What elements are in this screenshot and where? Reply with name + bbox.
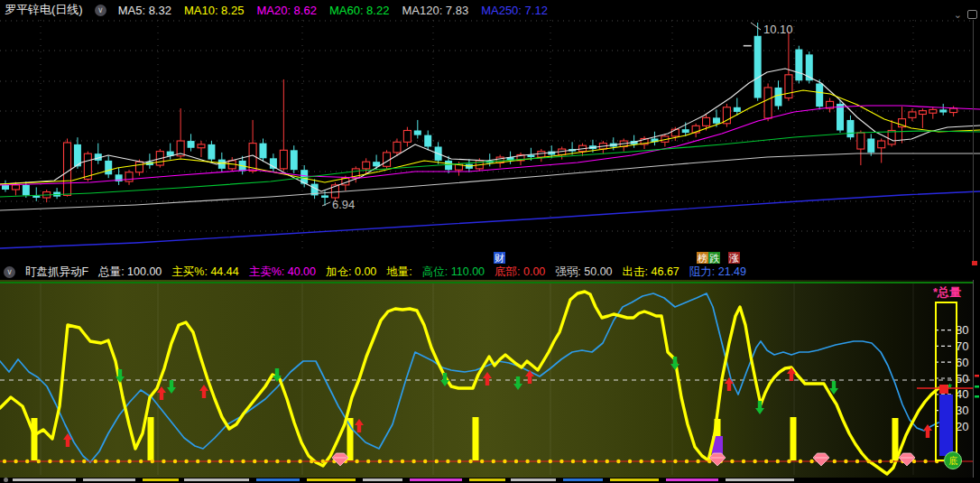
clipped-text [184, 478, 249, 481]
price-annotation: 10.10 [763, 23, 793, 36]
indicator-name: 盯盘抓异动F [25, 265, 88, 280]
indicator-field: 主买%: 44.44 [171, 265, 238, 278]
clipped-text [666, 478, 718, 481]
ma-value: MA20: 8.62 [256, 4, 317, 17]
ma-value: MA10: 8.25 [184, 4, 245, 17]
chart-header: 罗平锌电(日线) ∨ MA5: 8.32MA10: 8.25MA20: 8.62… [0, 0, 980, 20]
app-window: 罗平锌电(日线) ∨ MA5: 8.32MA10: 8.25MA20: 8.62… [0, 0, 980, 483]
impulse-bar [148, 417, 154, 460]
indicator-field: 阻力: 21.49 [689, 265, 746, 278]
indicator-field: 出击: 46.67 [623, 265, 680, 278]
tag-涨[interactable]: 涨 [728, 252, 740, 265]
gauge-title: *总量 [933, 285, 961, 299]
indicator-field: 高位: 110.00 [422, 265, 485, 278]
clipped-text [363, 478, 402, 481]
collapse-chevron-icon[interactable]: ∨ [95, 5, 106, 16]
clipped-next-panel-header [0, 478, 980, 483]
tag-跌[interactable]: 跌 [708, 252, 720, 265]
clipped-text [83, 478, 135, 481]
clipped-text [726, 478, 794, 481]
gauge-fill-bar [939, 395, 953, 456]
ma-value: MA5: 8.32 [118, 4, 171, 17]
chevron-down-icon[interactable]: ⌄ [954, 10, 962, 19]
clipped-text [410, 478, 462, 481]
header-corner-icons: ⌄ [954, 10, 977, 19]
clipped-text [13, 478, 76, 481]
clipped-text [143, 478, 179, 481]
tag-财[interactable]: 财 [494, 252, 505, 265]
ma-value: MA120: 7.83 [402, 4, 468, 17]
indicator-field: 底部: 0.00 [495, 265, 545, 278]
impulse-bar [32, 418, 38, 460]
axis-label: 60 [956, 356, 968, 369]
clipped-chevron-icon [4, 478, 8, 482]
indicator-field: 加仓: 0.00 [326, 265, 376, 278]
clipped-text [511, 478, 556, 481]
stock-title: 罗平锌电(日线) [5, 2, 83, 18]
panel-close-mark[interactable] [972, 261, 977, 265]
panel-icon[interactable] [967, 10, 977, 19]
ma-legend: MA5: 8.32MA10: 8.25MA20: 8.62MA60: 8.22M… [118, 4, 560, 17]
indicator-values: 总量: 100.00主买%: 44.44主卖%: 40.00加仓: 0.00地量… [98, 265, 756, 280]
indicator-field: 强弱: 50.00 [555, 265, 612, 278]
ma-line-MA20 [0, 106, 980, 185]
collapse-chevron-icon[interactable]: ∨ [4, 266, 15, 278]
ma-line-MA250 [0, 191, 980, 248]
svg-text:*: * [948, 381, 952, 395]
tag-榜[interactable]: 榜 [697, 252, 708, 265]
candlestick-chart[interactable]: 10.106.94 [0, 14, 980, 264]
axis-label: 80 [956, 323, 968, 337]
clipped-text [610, 478, 659, 481]
indicator-field: 地量: [386, 265, 411, 278]
indicator-header: ∨ 盯盘抓异动F 总量: 100.00主买%: 44.44主卖%: 40.00加… [0, 264, 980, 280]
axis-label: 70 [956, 339, 968, 353]
svg-text:底: 底 [948, 456, 957, 466]
axis-label: 50 [956, 372, 968, 385]
indicator-field: 主卖%: 40.00 [249, 265, 316, 278]
impulse-bar [473, 417, 479, 460]
impulse-bar [790, 417, 797, 460]
clipped-text [563, 478, 603, 481]
axis-label: 40 [956, 387, 968, 401]
ma-line-MA5 [0, 69, 980, 191]
clipped-text [469, 478, 505, 481]
ma-value: MA60: 8.22 [329, 4, 390, 17]
axis-label: 20 [956, 420, 968, 433]
ma-value: MA250: 7.12 [481, 4, 548, 17]
indicator-field: 总量: 100.00 [98, 265, 162, 278]
price-annotation: 6.94 [332, 198, 355, 211]
clipped-text [307, 478, 356, 481]
clipped-text [256, 478, 300, 481]
axis-label: 30 [956, 404, 968, 417]
indicator-chart[interactable]: 80706050403020**总量底 [0, 280, 980, 478]
